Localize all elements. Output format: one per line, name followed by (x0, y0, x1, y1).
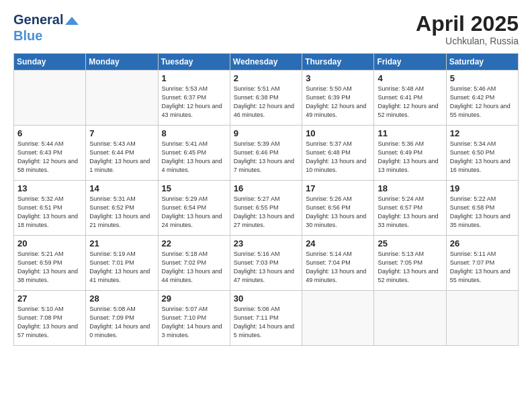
weekday-friday: Friday (374, 54, 446, 71)
day-cell: 1Sunrise: 5:53 AM Sunset: 6:37 PM Daylig… (158, 71, 230, 126)
day-number: 30 (234, 293, 298, 304)
day-number: 1 (162, 73, 226, 83)
day-cell: 22Sunrise: 5:18 AM Sunset: 7:02 PM Dayli… (158, 236, 230, 291)
day-cell: 13Sunrise: 5:32 AM Sunset: 6:51 PM Dayli… (14, 181, 86, 236)
day-detail: Sunrise: 5:11 AM Sunset: 7:07 PM Dayligh… (450, 250, 515, 285)
day-detail: Sunrise: 5:18 AM Sunset: 7:02 PM Dayligh… (162, 250, 226, 285)
day-detail: Sunrise: 5:13 AM Sunset: 7:05 PM Dayligh… (378, 250, 442, 285)
day-detail: Sunrise: 5:43 AM Sunset: 6:44 PM Dayligh… (89, 140, 154, 175)
day-detail: Sunrise: 5:51 AM Sunset: 6:38 PM Dayligh… (234, 85, 298, 120)
day-number: 11 (378, 128, 442, 138)
day-number: 2 (234, 73, 298, 83)
day-number: 10 (306, 128, 370, 138)
day-cell: 2Sunrise: 5:51 AM Sunset: 6:38 PM Daylig… (230, 71, 302, 126)
day-cell: 20Sunrise: 5:21 AM Sunset: 6:59 PM Dayli… (14, 236, 86, 291)
day-detail: Sunrise: 5:53 AM Sunset: 6:37 PM Dayligh… (162, 85, 226, 120)
day-number: 4 (378, 73, 442, 83)
day-number: 20 (17, 238, 82, 248)
day-cell: 11Sunrise: 5:36 AM Sunset: 6:49 PM Dayli… (374, 126, 446, 181)
day-detail: Sunrise: 5:41 AM Sunset: 6:45 PM Dayligh… (162, 140, 226, 175)
weekday-saturday: Saturday (446, 54, 518, 71)
day-number: 3 (306, 73, 370, 83)
day-cell: 23Sunrise: 5:16 AM Sunset: 7:03 PM Dayli… (230, 236, 302, 291)
logo-general: General (13, 12, 63, 27)
day-detail: Sunrise: 5:36 AM Sunset: 6:49 PM Dayligh… (378, 140, 442, 175)
day-cell: 6Sunrise: 5:44 AM Sunset: 6:43 PM Daylig… (14, 126, 86, 181)
day-detail: Sunrise: 5:24 AM Sunset: 6:57 PM Dayligh… (378, 195, 442, 230)
day-cell: 8Sunrise: 5:41 AM Sunset: 6:45 PM Daylig… (158, 126, 230, 181)
header: General Blue April 2025 Uchkulan, Russia (13, 12, 519, 46)
day-cell: 25Sunrise: 5:13 AM Sunset: 7:05 PM Dayli… (374, 236, 446, 291)
day-detail: Sunrise: 5:19 AM Sunset: 7:01 PM Dayligh… (89, 250, 154, 285)
day-detail: Sunrise: 5:48 AM Sunset: 6:41 PM Dayligh… (378, 85, 442, 120)
day-cell (302, 291, 374, 346)
day-number: 17 (306, 183, 370, 193)
day-cell: 4Sunrise: 5:48 AM Sunset: 6:41 PM Daylig… (374, 71, 446, 126)
day-detail: Sunrise: 5:29 AM Sunset: 6:54 PM Dayligh… (162, 195, 226, 230)
day-detail: Sunrise: 5:46 AM Sunset: 6:42 PM Dayligh… (450, 85, 515, 120)
week-row-1: 1Sunrise: 5:53 AM Sunset: 6:37 PM Daylig… (14, 71, 519, 126)
day-cell: 7Sunrise: 5:43 AM Sunset: 6:44 PM Daylig… (86, 126, 158, 181)
day-number: 8 (162, 128, 226, 138)
day-detail: Sunrise: 5:27 AM Sunset: 6:55 PM Dayligh… (234, 195, 298, 230)
day-number: 6 (17, 128, 82, 138)
week-row-4: 20Sunrise: 5:21 AM Sunset: 6:59 PM Dayli… (14, 236, 519, 291)
day-cell: 27Sunrise: 5:10 AM Sunset: 7:08 PM Dayli… (14, 291, 86, 346)
day-number: 13 (17, 183, 82, 193)
day-cell: 21Sunrise: 5:19 AM Sunset: 7:01 PM Dayli… (86, 236, 158, 291)
weekday-monday: Monday (86, 54, 158, 71)
calendar-table: SundayMondayTuesdayWednesdayThursdayFrid… (13, 53, 519, 346)
logo-text: General (13, 12, 79, 28)
day-detail: Sunrise: 5:34 AM Sunset: 6:50 PM Dayligh… (450, 140, 515, 175)
day-cell: 28Sunrise: 5:08 AM Sunset: 7:09 PM Dayli… (86, 291, 158, 346)
day-number: 29 (162, 293, 226, 304)
day-detail: Sunrise: 5:21 AM Sunset: 6:59 PM Dayligh… (17, 250, 82, 285)
day-number: 5 (450, 73, 515, 83)
day-number: 23 (234, 238, 298, 248)
page: General Blue April 2025 Uchkulan, Russia… (0, 0, 532, 411)
svg-marker-0 (65, 17, 79, 25)
day-cell: 10Sunrise: 5:37 AM Sunset: 6:48 PM Dayli… (302, 126, 374, 181)
day-detail: Sunrise: 5:50 AM Sunset: 6:39 PM Dayligh… (306, 85, 370, 120)
day-cell (14, 71, 86, 126)
day-detail: Sunrise: 5:16 AM Sunset: 7:03 PM Dayligh… (234, 250, 298, 285)
day-cell: 17Sunrise: 5:26 AM Sunset: 6:56 PM Dayli… (302, 181, 374, 236)
day-number: 27 (17, 293, 82, 304)
day-number: 14 (89, 183, 154, 193)
day-cell: 14Sunrise: 5:31 AM Sunset: 6:52 PM Dayli… (86, 181, 158, 236)
day-detail: Sunrise: 5:06 AM Sunset: 7:11 PM Dayligh… (234, 305, 298, 340)
month-year: April 2025 (416, 12, 519, 36)
week-row-3: 13Sunrise: 5:32 AM Sunset: 6:51 PM Dayli… (14, 181, 519, 236)
weekday-header-row: SundayMondayTuesdayWednesdayThursdayFrid… (14, 54, 519, 71)
day-detail: Sunrise: 5:10 AM Sunset: 7:08 PM Dayligh… (17, 305, 82, 340)
day-detail: Sunrise: 5:32 AM Sunset: 6:51 PM Dayligh… (17, 195, 82, 230)
location: Uchkulan, Russia (416, 36, 519, 46)
day-detail: Sunrise: 5:14 AM Sunset: 7:04 PM Dayligh… (306, 250, 370, 285)
day-detail: Sunrise: 5:22 AM Sunset: 6:58 PM Dayligh… (450, 195, 515, 230)
day-number: 19 (450, 183, 515, 193)
logo: General Blue (13, 12, 79, 43)
day-number: 28 (89, 293, 154, 304)
day-number: 24 (306, 238, 370, 248)
day-cell: 3Sunrise: 5:50 AM Sunset: 6:39 PM Daylig… (302, 71, 374, 126)
day-number: 7 (89, 128, 154, 138)
day-cell (374, 291, 446, 346)
day-cell: 16Sunrise: 5:27 AM Sunset: 6:55 PM Dayli… (230, 181, 302, 236)
day-cell: 5Sunrise: 5:46 AM Sunset: 6:42 PM Daylig… (446, 71, 518, 126)
day-detail: Sunrise: 5:37 AM Sunset: 6:48 PM Dayligh… (306, 140, 370, 175)
day-number: 21 (89, 238, 154, 248)
day-number: 18 (378, 183, 442, 193)
day-cell: 30Sunrise: 5:06 AM Sunset: 7:11 PM Dayli… (230, 291, 302, 346)
logo-blue-text: Blue (13, 28, 42, 43)
day-cell: 26Sunrise: 5:11 AM Sunset: 7:07 PM Dayli… (446, 236, 518, 291)
day-number: 25 (378, 238, 442, 248)
day-detail: Sunrise: 5:26 AM Sunset: 6:56 PM Dayligh… (306, 195, 370, 230)
day-cell: 12Sunrise: 5:34 AM Sunset: 6:50 PM Dayli… (446, 126, 518, 181)
day-cell: 18Sunrise: 5:24 AM Sunset: 6:57 PM Dayli… (374, 181, 446, 236)
week-row-2: 6Sunrise: 5:44 AM Sunset: 6:43 PM Daylig… (14, 126, 519, 181)
weekday-tuesday: Tuesday (158, 54, 230, 71)
day-number: 16 (234, 183, 298, 193)
day-number: 9 (234, 128, 298, 138)
day-cell (86, 71, 158, 126)
day-detail: Sunrise: 5:08 AM Sunset: 7:09 PM Dayligh… (89, 305, 154, 340)
